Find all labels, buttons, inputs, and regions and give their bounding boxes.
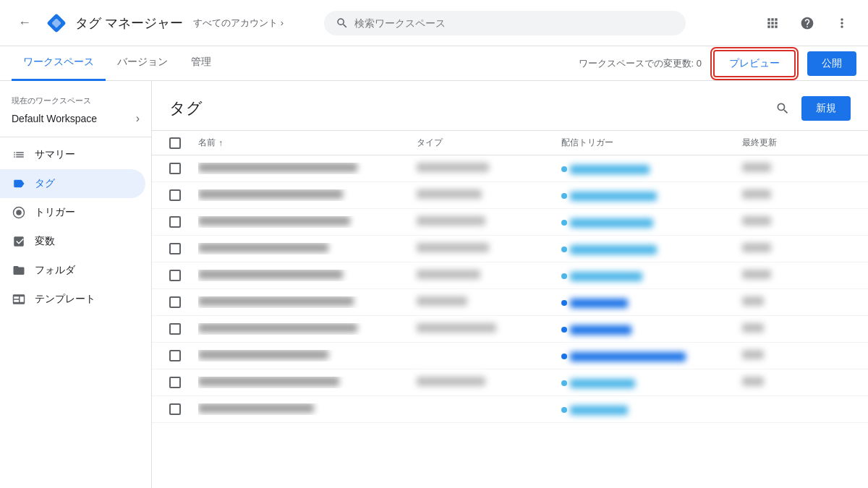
sidebar-item-label-summary: サマリー [35, 148, 75, 161]
workspace-selector[interactable]: Default Workspace › [12, 109, 140, 128]
row-checkbox-cell [169, 403, 198, 415]
folder-icon [12, 263, 26, 278]
row-updated [742, 163, 851, 174]
sidebar-item-tags[interactable]: タグ [0, 169, 145, 198]
table-row[interactable] [152, 289, 868, 316]
search-input[interactable] [354, 17, 674, 29]
select-all-checkbox[interactable] [169, 137, 181, 149]
th-trigger: 配信トリガー [561, 137, 742, 149]
tab-workspace[interactable]: ワークスペース [12, 46, 106, 81]
table-row[interactable] [152, 155, 868, 182]
sidebar-item-variables[interactable]: 変数 [0, 227, 145, 256]
content-title: タグ [169, 98, 203, 119]
more-button[interactable] [827, 9, 856, 38]
row-trigger [561, 270, 742, 281]
row-updated [742, 189, 851, 201]
sidebar: 現在のワークスペース Default Workspace › サマリー [0, 81, 152, 488]
variable-icon [12, 234, 26, 249]
row-checkbox[interactable] [169, 296, 181, 308]
row-checkbox[interactable] [169, 377, 181, 388]
summary-icon [12, 147, 26, 162]
help-button[interactable] [793, 9, 822, 38]
row-type [417, 296, 561, 308]
sidebar-item-templates[interactable]: テンプレート [0, 285, 145, 314]
accounts-link[interactable]: すべてのアカウント › [193, 17, 284, 30]
row-checkbox-cell [169, 163, 198, 174]
th-type: タイプ [417, 137, 561, 149]
row-checkbox[interactable] [169, 270, 181, 281]
row-checkbox[interactable] [169, 163, 181, 174]
help-icon [800, 16, 814, 30]
sidebar-item-triggers[interactable]: トリガー [0, 198, 145, 227]
row-checkbox[interactable] [169, 243, 181, 254]
row-checkbox-cell [169, 243, 198, 254]
row-checkbox[interactable] [169, 216, 181, 228]
workspace-name: Default Workspace [12, 113, 97, 124]
row-checkbox[interactable] [169, 323, 181, 335]
content-header-actions: 新規 [770, 95, 851, 121]
chevron-right-icon: › [136, 112, 140, 125]
row-checkbox[interactable] [169, 350, 181, 361]
sort-arrow-icon: ↑ [218, 138, 223, 148]
sidebar-item-folders[interactable]: フォルダ [0, 256, 145, 285]
publish-button[interactable]: 公開 [807, 51, 856, 76]
row-name [198, 377, 417, 388]
app-title: タグ マネージャー [75, 14, 183, 32]
content-search-button[interactable] [770, 95, 796, 121]
sidebar-divider [0, 137, 151, 137]
table-row[interactable] [152, 396, 868, 423]
row-updated [742, 270, 851, 281]
main-layout: 現在のワークスペース Default Workspace › サマリー [0, 81, 868, 488]
sidebar-item-summary[interactable]: サマリー [0, 140, 145, 169]
top-bar: ← タグ マネージャー すべてのアカウント › [0, 0, 868, 46]
row-trigger [561, 403, 742, 415]
row-trigger [561, 323, 742, 335]
row-checkbox[interactable] [169, 403, 181, 415]
row-name [198, 403, 417, 415]
table-row[interactable] [152, 343, 868, 369]
row-type [417, 163, 561, 174]
workspace-section: 現在のワークスペース Default Workspace › [0, 87, 151, 134]
search-container [324, 11, 686, 35]
table-row[interactable] [152, 316, 868, 343]
tab-admin[interactable]: 管理 [179, 46, 223, 81]
row-name [198, 350, 417, 361]
sidebar-item-label-templates: テンプレート [35, 293, 95, 306]
back-button[interactable]: ← [12, 10, 38, 36]
preview-button[interactable]: プレビュー [713, 50, 796, 77]
row-name [198, 243, 417, 254]
th-updated: 最終更新 [742, 137, 851, 149]
top-bar-left: ← タグ マネージャー すべてのアカウント › [12, 10, 284, 36]
row-name [198, 323, 417, 335]
row-checkbox-cell [169, 189, 198, 201]
row-updated [742, 350, 851, 361]
top-bar-right [758, 9, 856, 38]
row-trigger [561, 189, 742, 201]
row-type [417, 323, 561, 335]
new-button[interactable]: 新規 [801, 96, 851, 121]
table-row[interactable] [152, 209, 868, 236]
row-trigger [561, 377, 742, 388]
table-row[interactable] [152, 262, 868, 289]
table-body [152, 155, 868, 423]
sub-nav-tabs: ワークスペース バージョン 管理 [12, 46, 579, 81]
row-checkbox-cell [169, 323, 198, 335]
table-row[interactable] [152, 236, 868, 262]
grid-button[interactable] [758, 9, 787, 38]
th-name: 名前 ↑ [198, 137, 417, 149]
sub-nav-right: ワークスペースでの変更数: 0 プレビュー 公開 [579, 50, 856, 77]
sub-nav: ワークスペース バージョン 管理 ワークスペースでの変更数: 0 プレビュー 公… [0, 46, 868, 81]
table-row[interactable] [152, 369, 868, 396]
workspace-label: 現在のワークスペース [12, 95, 140, 106]
svg-point-3 [16, 210, 22, 215]
table-row[interactable] [152, 182, 868, 209]
sidebar-item-label-folders: フォルダ [35, 264, 75, 277]
tab-versions[interactable]: バージョン [106, 46, 179, 81]
content-area: タグ 新規 名前 ↑ タイプ 配信トリ [152, 81, 868, 488]
tag-icon [12, 176, 26, 191]
row-checkbox[interactable] [169, 189, 181, 201]
row-checkbox-cell [169, 270, 198, 281]
row-name [198, 189, 417, 201]
more-icon [835, 16, 849, 30]
row-trigger [561, 296, 742, 308]
